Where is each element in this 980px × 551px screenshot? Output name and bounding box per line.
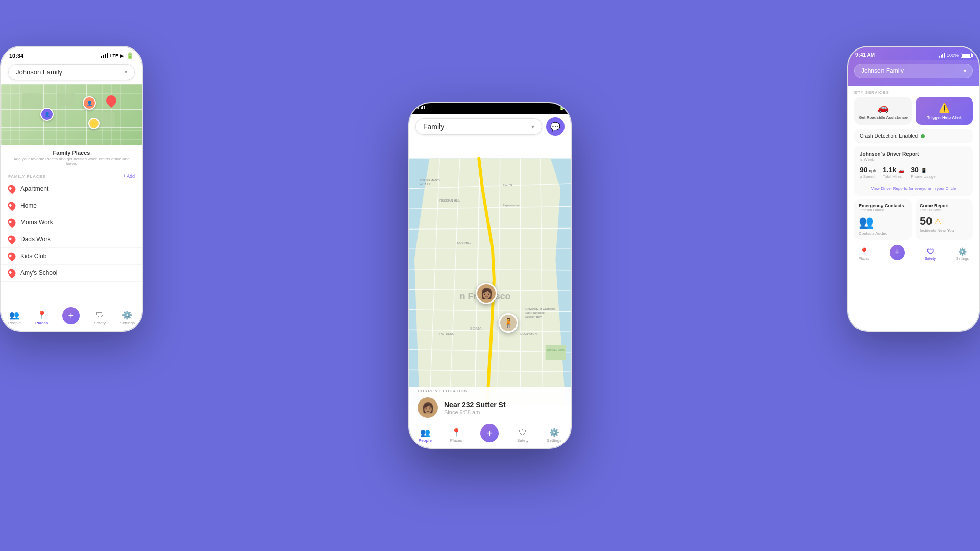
nav-center-safety[interactable]: 🛡 Safety	[517, 428, 529, 443]
crime-detail: Incidents Near You	[920, 228, 969, 233]
family-selector-right[interactable]: Johnson Family ▾	[854, 64, 973, 78]
nav-add-btn[interactable]: +	[62, 307, 80, 324]
place-item-amys-school[interactable]: Amy's School	[1, 265, 142, 282]
place-name-home: Home	[20, 202, 37, 209]
street-name: Near 232 Sutter St	[444, 400, 506, 409]
safety-buttons: 🚗 Get Roadside Assistance ⚠️ Trigger Hel…	[848, 97, 979, 129]
chat-button[interactable]: 💬	[546, 117, 565, 136]
nav-places[interactable]: 📍 Places	[35, 310, 48, 325]
contacts-detail: Contacts Added	[859, 231, 908, 236]
nav-center-people[interactable]: 👥 People	[419, 428, 432, 443]
status-icons-left: LTE ▶ 🔋	[101, 52, 134, 59]
notch	[464, 103, 516, 113]
place-item-apartment[interactable]: Apartment	[1, 181, 142, 197]
driver-report-period: is Week	[860, 157, 968, 162]
phone-center: 9:41 🔋 Family ▾ 💬	[408, 102, 572, 449]
place-item-kids-club[interactable]: Kids Club	[1, 248, 142, 265]
map-person-1: 👩🏽	[476, 283, 497, 304]
battery-center: 🔋	[559, 105, 565, 110]
svg-text:RUSSIAN HILL: RUSSIAN HILL	[439, 199, 460, 202]
enabled-dot	[921, 134, 925, 138]
time-center: 9:41	[416, 105, 426, 110]
header-center: Family ▾ 💬	[409, 114, 571, 140]
status-icons-right: 100%	[939, 53, 972, 58]
stat-phone: 30 📱 Phone Usage	[911, 166, 935, 179]
contacts-sub: Johnson Family	[859, 208, 908, 212]
places-caption: Family Places Add your favorite Places a…	[1, 145, 142, 169]
place-name-kids-club: Kids Club	[20, 253, 46, 260]
family-selector-left[interactable]: Johnson Family ▾	[8, 64, 135, 80]
crash-detection: Crash Detection: Enabled	[854, 129, 973, 143]
svg-text:SOMA: SOMA	[470, 326, 482, 331]
svg-text:ORACLE PARK: ORACLE PARK	[547, 349, 565, 352]
time-right: 9:41 AM	[855, 52, 875, 58]
nav-people[interactable]: 👥 People	[8, 310, 21, 325]
header-left: Johnson Family ▾	[1, 61, 142, 84]
contacts-icon: 👥	[859, 215, 908, 229]
svg-text:Exploratorium: Exploratorium	[503, 204, 522, 207]
add-btn[interactable]: + Add	[123, 173, 135, 179]
places-subtitle: Add your favorite Places and get notifie…	[8, 157, 135, 166]
nav-center-add[interactable]: +	[480, 424, 499, 442]
nav-center-places[interactable]: 📍 Places	[450, 428, 462, 443]
nav-right-safety[interactable]: 🛡 Safety	[925, 247, 936, 260]
svg-text:FISHERMAN'S: FISHERMAN'S	[420, 179, 440, 182]
svg-text:NOB HILL: NOB HILL	[457, 241, 472, 244]
driver-report: Johnson's Driver Report is Week 90mph p …	[854, 146, 973, 196]
crime-title: Crime Report	[920, 203, 969, 208]
section-header: FAMILY PLACES + Add	[1, 169, 142, 181]
chevron-icon-left: ▾	[125, 69, 127, 75]
bottom-nav-right: 📍 Places + 🛡 Safety ⚙️ Settings	[848, 244, 979, 265]
pin-icon	[6, 200, 17, 211]
svg-rect-32	[546, 345, 566, 360]
location-info: 👩🏽 Near 232 Sutter St Since 9:58 am	[409, 393, 571, 424]
view-reports-link[interactable]: View Driver Reports for everyone in your…	[860, 183, 968, 191]
places-list: Apartment Home Moms Work Dads Work Kids …	[1, 181, 142, 282]
nav-right-settings[interactable]: ⚙️ Settings	[956, 247, 969, 260]
place-name-moms-work: Moms Work	[20, 219, 53, 226]
notch-area: 9:41 🔋	[409, 103, 571, 114]
contacts-title: Emergency Contacts	[859, 203, 908, 208]
loc-avatar: 👩🏽	[418, 397, 438, 418]
bottom-nav-left: 👥 People 📍 Places + 🛡 Safety ⚙️ Settings	[1, 307, 142, 331]
map-left: 👤 👤 ⭐	[1, 84, 142, 145]
svg-text:University of California: University of California	[525, 307, 556, 310]
map-avatar-2: 👤	[83, 96, 96, 110]
pin-icon	[6, 217, 17, 228]
svg-text:POTRERO: POTRERO	[439, 332, 455, 335]
current-location-label: CURRENT LOCATION	[409, 387, 571, 393]
map-avatar-1: 👤	[40, 108, 54, 121]
nav-right-add[interactable]: +	[890, 245, 905, 260]
svg-text:WHARF: WHARF	[420, 183, 431, 186]
pin-icon	[6, 251, 17, 261]
help-alert-btn[interactable]: ⚠️ Trigger Help Alert	[916, 97, 973, 125]
places-title: Family Places	[8, 149, 135, 156]
svg-text:Pier 39: Pier 39	[503, 184, 512, 187]
crime-value: 50	[920, 215, 932, 228]
safety-content: ETY SERVICES 🚗 Get Roadside Assistance ⚠…	[848, 86, 979, 331]
stat-miles: 1.1k 🚗 Total Miles	[883, 166, 904, 179]
safety-title: ETY SERVICES	[848, 86, 979, 97]
nav-settings[interactable]: ⚙️ Settings	[120, 310, 135, 325]
nav-center-settings[interactable]: ⚙️ Settings	[547, 428, 561, 443]
nav-right-places[interactable]: 📍 Places	[859, 247, 869, 260]
chevron-icon-right: ▾	[964, 68, 966, 74]
map-person-2: 🧍	[499, 313, 518, 333]
since-time: Since 9:58 am	[444, 409, 506, 415]
place-name-dads-work: Dads Work	[20, 236, 51, 243]
pin-icon	[6, 183, 17, 194]
place-item-moms-work[interactable]: Moms Work	[1, 214, 142, 231]
map-canvas-center: n Francisco FISHERMAN'S WHARF RUSSIAN HI…	[409, 140, 571, 424]
place-name-amys-school: Amy's School	[20, 269, 57, 277]
family-selector-center[interactable]: Family ▾	[415, 118, 542, 135]
crime-sub: Last 30 Days	[920, 208, 969, 212]
pin-icon	[6, 234, 17, 244]
place-item-home[interactable]: Home	[1, 197, 142, 214]
place-item-dads-work[interactable]: Dads Work	[1, 231, 142, 248]
nav-safety[interactable]: 🛡 Safety	[94, 311, 106, 325]
crime-card: Crime Report Last 30 Days 50 ⚠ Incidents…	[916, 199, 973, 240]
roadside-btn[interactable]: 🚗 Get Roadside Assistance	[854, 97, 912, 125]
driver-stats: 90mph p Speed 1.1k 🚗 Total Miles 30 📱 Ph…	[860, 166, 968, 179]
section-label: FAMILY PLACES	[8, 174, 46, 179]
status-bar-right: 9:41 AM 100%	[848, 47, 979, 60]
